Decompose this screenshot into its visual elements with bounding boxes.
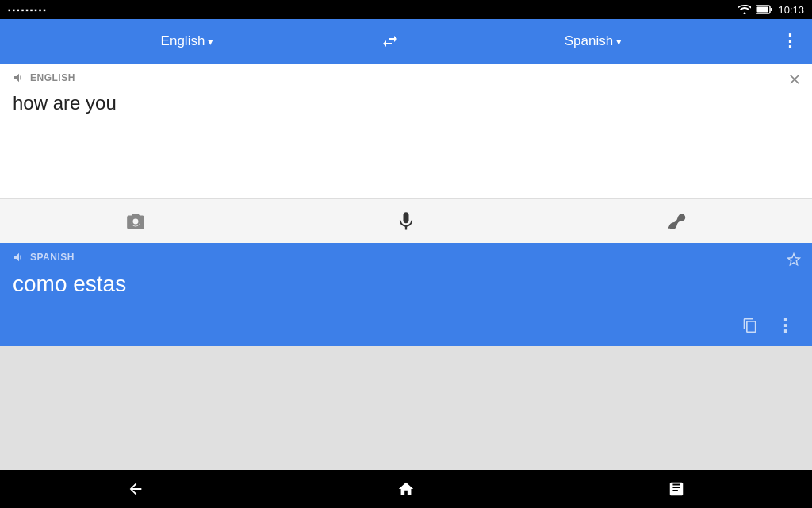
swap-languages-button[interactable]: [368, 32, 412, 51]
recents-button[interactable]: [653, 480, 700, 498]
time-display: 10:13: [778, 4, 804, 16]
input-lang-label: ENGLISH: [13, 71, 799, 84]
output-language-name: SPANISH: [30, 252, 75, 263]
output-overflow-button[interactable]: ⋮: [771, 311, 799, 340]
target-dropdown-icon: ▾: [616, 36, 622, 48]
status-bar-right: 10:13: [738, 4, 804, 16]
handwriting-icon: [665, 210, 688, 233]
swap-icon: [381, 32, 400, 51]
content-area: [0, 346, 812, 470]
input-text-display[interactable]: how are you: [13, 89, 799, 192]
microphone-button[interactable]: [384, 202, 428, 241]
close-icon: [787, 71, 802, 87]
output-lang-label: SPANISH: [13, 251, 799, 264]
output-actions: ⋮: [13, 311, 799, 340]
target-language-button[interactable]: Spanish ▾: [412, 19, 774, 64]
camera-button[interactable]: [113, 202, 158, 241]
microphone-icon: [395, 210, 417, 233]
input-language-name: ENGLISH: [30, 72, 75, 83]
home-button[interactable]: [382, 480, 430, 498]
speaker-icon-output[interactable]: [13, 251, 25, 264]
translation-area: SPANISH como estas ⋮: [0, 243, 812, 346]
copy-button[interactable]: [736, 311, 764, 340]
star-icon: [785, 251, 802, 268]
recents-icon: [668, 480, 685, 498]
output-overflow-icon: ⋮: [776, 315, 794, 336]
svg-rect-1: [757, 7, 768, 13]
source-language-button[interactable]: English ▾: [6, 19, 368, 64]
target-language-label: Spanish: [565, 33, 613, 49]
camera-icon: [125, 211, 146, 232]
home-icon: [397, 480, 415, 498]
output-text-display: como estas: [13, 268, 799, 305]
overflow-menu-button[interactable]: ⋮: [774, 31, 806, 52]
copy-icon: [742, 318, 758, 333]
status-bar: ▪▪▪▪▪▪▪▪▪ 10:13: [0, 0, 812, 19]
source-language-label: English: [161, 33, 205, 49]
navigation-bar: [0, 470, 812, 508]
overflow-icon: ⋮: [781, 31, 799, 52]
wifi-icon: [738, 5, 751, 14]
battery-icon: [756, 5, 773, 14]
input-area: ENGLISH how are you: [0, 64, 812, 198]
system-icons: ▪▪▪▪▪▪▪▪▪: [8, 6, 48, 14]
source-dropdown-icon: ▾: [208, 36, 213, 48]
status-bar-left: ▪▪▪▪▪▪▪▪▪: [8, 6, 48, 14]
input-icons-bar: [0, 198, 812, 243]
favorite-button[interactable]: [785, 251, 802, 273]
back-icon: [127, 480, 144, 498]
back-button[interactable]: [112, 480, 159, 498]
svg-rect-2: [771, 8, 773, 11]
toolbar: English ▾ Spanish ▾ ⋮: [0, 19, 812, 64]
handwriting-button[interactable]: [654, 202, 699, 241]
speaker-icon-input[interactable]: [13, 71, 25, 84]
clear-input-button[interactable]: [787, 71, 802, 91]
